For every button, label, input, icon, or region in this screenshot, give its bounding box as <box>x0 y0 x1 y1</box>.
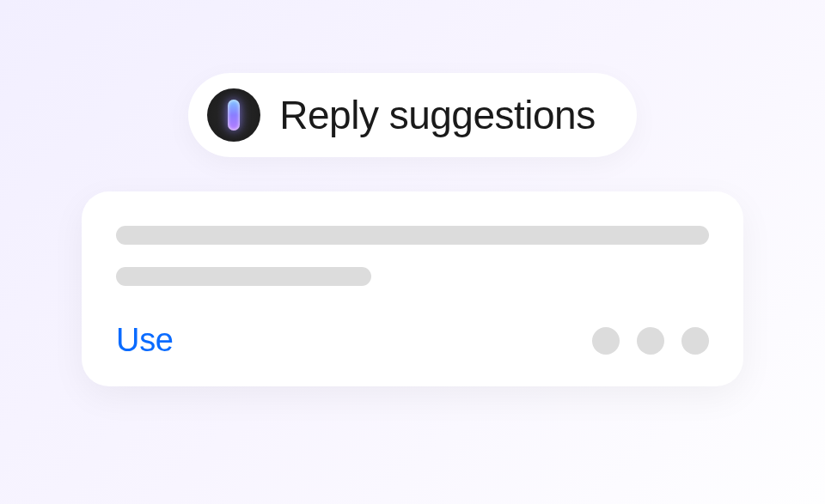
suggestion-text-placeholder-line <box>116 226 709 245</box>
pagination-dot[interactable] <box>681 327 709 355</box>
pagination-dot[interactable] <box>592 327 620 355</box>
header-title: Reply suggestions <box>279 92 595 138</box>
pagination-dot[interactable] <box>637 327 664 355</box>
ai-assistant-icon <box>207 88 260 142</box>
card-footer: Use <box>116 322 709 359</box>
use-button[interactable]: Use <box>116 322 174 359</box>
reply-suggestions-header: Reply suggestions <box>188 73 636 157</box>
suggestion-card: Use <box>82 191 743 386</box>
ai-glow-pill-icon <box>228 100 240 131</box>
pagination-dots <box>592 327 709 355</box>
suggestion-text-placeholder-line <box>116 267 371 286</box>
